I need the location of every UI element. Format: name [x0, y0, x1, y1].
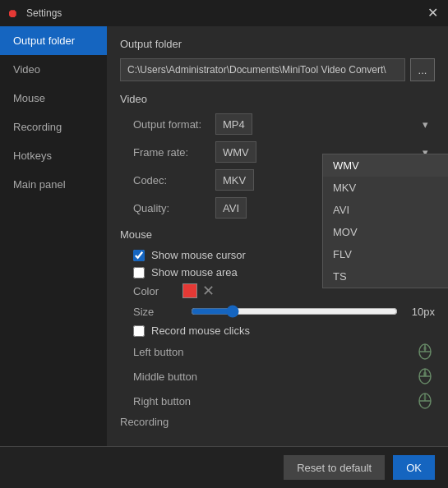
color-swatch-red[interactable] — [182, 283, 197, 298]
left-button-icon — [415, 342, 435, 361]
dropdown-item-flv[interactable]: FLV — [323, 243, 448, 265]
frame-rate-select[interactable]: WMV — [215, 141, 256, 163]
middle-button-icon — [415, 366, 435, 386]
size-row: Size 10px — [120, 305, 435, 318]
dropdown-item-mkv[interactable]: MKV — [323, 177, 448, 199]
show-area-checkbox[interactable] — [133, 267, 145, 279]
record-clicks-label: Record mouse clicks — [151, 325, 250, 337]
size-label: Size — [133, 306, 182, 318]
bottom-bar: Reset to default OK — [0, 446, 448, 488]
record-clicks-checkbox[interactable] — [133, 325, 145, 337]
svg-point-11 — [423, 396, 427, 400]
right-button-label: Right button — [133, 395, 415, 407]
show-cursor-label: Show mouse cursor — [151, 249, 246, 261]
color-swatches: ✕ — [182, 283, 215, 298]
app-icon: ⏺ — [7, 7, 20, 20]
size-slider[interactable] — [191, 305, 398, 318]
frame-rate-label: Frame rate: — [133, 146, 215, 159]
settings-window: ⏺ Settings ✕ Output folder Video Mouse R… — [0, 0, 448, 488]
title-bar: ⏺ Settings ✕ — [0, 0, 448, 26]
svg-rect-7 — [423, 372, 427, 376]
output-format-select[interactable]: MP4 — [215, 113, 252, 135]
close-button[interactable]: ✕ — [424, 7, 441, 20]
path-input[interactable] — [120, 58, 405, 81]
dropdown-item-mov[interactable]: MOV — [323, 221, 448, 243]
sidebar: Output folder Video Mouse Recording Hotk… — [0, 26, 107, 446]
svg-point-3 — [423, 347, 427, 351]
output-folder-title: Output folder — [120, 38, 435, 50]
title-bar-title: Settings — [26, 7, 62, 19]
output-format-label: Output format: — [133, 118, 215, 131]
sidebar-item-output-folder[interactable]: Output folder — [0, 26, 107, 55]
sidebar-item-recording[interactable]: Recording — [0, 113, 107, 141]
show-cursor-checkbox[interactable] — [133, 250, 145, 261]
main-content: Output folder Video Mouse Recording Hotk… — [0, 26, 448, 446]
quality-label: Quality: — [133, 202, 215, 214]
sidebar-item-hotkeys[interactable]: Hotkeys — [0, 141, 107, 170]
codec-select[interactable]: MKV — [215, 169, 254, 191]
quality-select[interactable]: AVI — [215, 197, 247, 219]
ok-button[interactable]: OK — [393, 455, 435, 480]
reset-button[interactable]: Reset to default — [284, 455, 385, 480]
sidebar-item-video[interactable]: Video — [0, 55, 107, 84]
output-format-row: Output format: MP4 — [120, 113, 435, 135]
show-area-label: Show mouse area — [151, 266, 238, 279]
size-value: 10px — [406, 306, 435, 318]
left-button-row: Left button — [120, 342, 435, 361]
middle-button-label: Middle button — [133, 371, 415, 383]
browse-button[interactable]: ... — [410, 58, 435, 81]
recording-section-label: Recording — [120, 416, 435, 428]
dropdown-item-avi[interactable]: AVI — [323, 199, 448, 221]
color-label: Color — [133, 285, 182, 297]
format-dropdown: WMV MKV AVI MOV FLV TS — [322, 154, 448, 288]
dropdown-item-wmv[interactable]: WMV — [323, 154, 448, 177]
right-button-icon — [415, 391, 435, 411]
left-button-label: Left button — [133, 346, 415, 358]
record-clicks-row: Record mouse clicks — [120, 325, 435, 337]
right-button-row: Right button — [120, 391, 435, 411]
sidebar-item-main-panel[interactable]: Main panel — [0, 170, 107, 199]
sidebar-item-mouse[interactable]: Mouse — [0, 84, 107, 113]
title-bar-left: ⏺ Settings — [7, 7, 62, 20]
output-format-select-wrapper: MP4 — [215, 113, 435, 135]
codec-label: Codec: — [133, 174, 215, 186]
video-section-title: Video — [120, 93, 435, 105]
middle-button-row: Middle button — [120, 366, 435, 386]
main-panel: Output folder ... Video Output format: M… — [107, 26, 448, 446]
path-row: ... — [120, 58, 435, 81]
dropdown-item-ts[interactable]: TS — [323, 265, 448, 288]
color-close-icon[interactable]: ✕ — [202, 284, 215, 297]
